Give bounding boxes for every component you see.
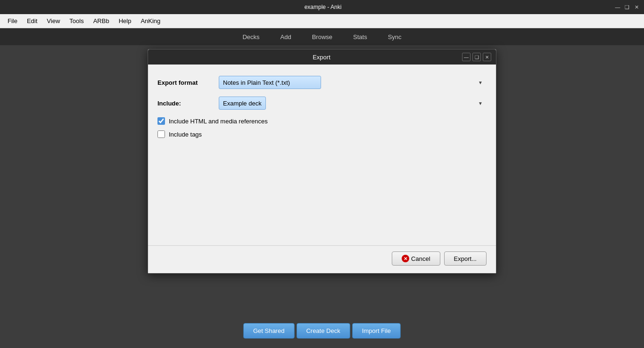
window-controls: — ❑ ✕: [614, 3, 640, 11]
bottom-btn-get-shared[interactable]: Get Shared: [243, 323, 295, 339]
export-format-select-wrapper: Notes in Plain Text (*.txt) Cards in Pla…: [219, 76, 487, 89]
menu-bar: FileEditViewToolsARBbHelpAnKing: [0, 14, 644, 28]
nav-item-add[interactable]: Add: [276, 31, 296, 43]
dialog-footer: ✕ Cancel Export...: [148, 245, 496, 273]
include-html-label: Include HTML and media references: [169, 118, 268, 125]
close-button[interactable]: ✕: [633, 3, 640, 11]
menu-item-tools[interactable]: Tools: [66, 16, 87, 26]
main-area: Export — ❑ ✕ Export format Notes in Plai…: [0, 45, 644, 348]
restore-button[interactable]: ❑: [623, 3, 631, 11]
include-tags-row: Include tags: [157, 130, 487, 138]
menu-item-arbb[interactable]: ARBb: [90, 16, 113, 26]
export-format-row: Export format Notes in Plain Text (*.txt…: [157, 76, 487, 89]
menu-item-anking[interactable]: AnKing: [137, 16, 164, 26]
export-dialog: Export — ❑ ✕ Export format Notes in Plai…: [148, 49, 496, 274]
nav-item-stats[interactable]: Stats: [348, 31, 372, 43]
include-html-checkbox[interactable]: [157, 117, 165, 125]
minimize-button[interactable]: —: [614, 3, 621, 11]
dialog-spacer: [157, 144, 487, 238]
nav-item-decks[interactable]: Decks: [238, 31, 264, 43]
cancel-icon: ✕: [402, 255, 409, 262]
nav-item-browse[interactable]: Browse: [307, 31, 337, 43]
menu-item-file[interactable]: File: [4, 16, 21, 26]
title-bar: example - Anki — ❑ ✕: [0, 0, 644, 14]
dialog-title: Export: [181, 54, 462, 61]
dialog-minimize-button[interactable]: —: [462, 53, 471, 61]
export-format-label: Export format: [157, 79, 219, 86]
include-tags-label: Include tags: [169, 131, 202, 138]
include-select-wrapper: Example deck All decks: [219, 97, 487, 110]
include-label: Include:: [157, 100, 219, 107]
menu-item-view[interactable]: View: [43, 16, 64, 26]
bottom-btn-import-file[interactable]: Import File: [352, 323, 401, 339]
export-format-select[interactable]: Notes in Plain Text (*.txt) Cards in Pla…: [219, 76, 321, 89]
nav-bar: DecksAddBrowseStatsSync: [0, 28, 644, 45]
window-title: example - Anki: [32, 4, 614, 10]
dialog-body: Export format Notes in Plain Text (*.txt…: [148, 65, 496, 245]
menu-item-help[interactable]: Help: [115, 16, 135, 26]
dialog-close-button[interactable]: ✕: [483, 53, 491, 61]
menu-item-edit[interactable]: Edit: [23, 16, 41, 26]
include-select[interactable]: Example deck All decks: [219, 97, 266, 110]
bottom-bar: Get SharedCreate DeckImport File: [243, 323, 401, 339]
dialog-restore-button[interactable]: ❑: [472, 53, 481, 61]
dialog-title-bar: Export — ❑ ✕: [148, 49, 496, 65]
include-row: Include: Example deck All decks: [157, 97, 487, 110]
include-html-row: Include HTML and media references: [157, 117, 487, 125]
export-button[interactable]: Export...: [444, 251, 487, 266]
cancel-label: Cancel: [411, 255, 430, 262]
bottom-btn-create-deck[interactable]: Create Deck: [296, 323, 350, 339]
dialog-window-controls: — ❑ ✕: [462, 53, 491, 61]
nav-item-sync[interactable]: Sync: [383, 31, 406, 43]
include-tags-checkbox[interactable]: [157, 130, 165, 138]
cancel-button[interactable]: ✕ Cancel: [392, 251, 440, 266]
